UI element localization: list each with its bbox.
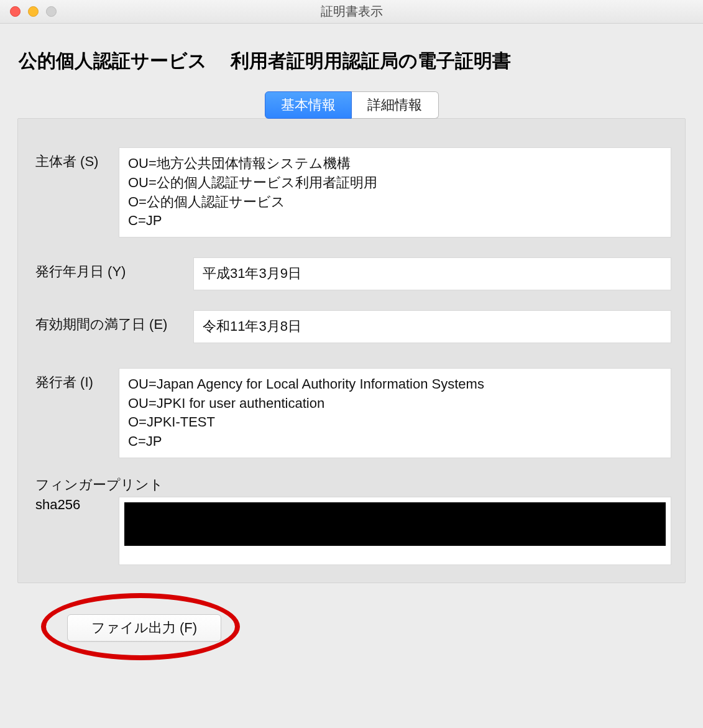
tab-basic-info[interactable]: 基本情報: [265, 91, 352, 119]
tab-bar: 基本情報 詳細情報: [17, 91, 686, 119]
expiry-date-label: 有効期間の満了日 (E): [32, 310, 193, 334]
tab-detail-info[interactable]: 詳細情報: [352, 91, 439, 119]
zoom-window-button[interactable]: [46, 6, 57, 17]
minimize-window-button[interactable]: [28, 6, 39, 17]
window-titlebar: 証明書表示: [0, 0, 703, 24]
fingerprint-row: sha256: [32, 497, 671, 565]
subject-row: 主体者 (S) OU=地方公共団体情報システム機構 OU=公的個人認証サービス利…: [32, 147, 671, 237]
subject-value[interactable]: OU=地方公共団体情報システム機構 OU=公的個人認証サービス利用者証明用 O=…: [119, 147, 671, 237]
fingerprint-block: フィンガープリント sha256: [32, 476, 671, 565]
fingerprint-algorithm: sha256: [32, 497, 119, 513]
fingerprint-value-box[interactable]: [119, 497, 671, 565]
certificate-panel: 主体者 (S) OU=地方公共団体情報システム機構 OU=公的個人認証サービス利…: [17, 118, 686, 583]
subject-label: 主体者 (S): [32, 147, 119, 171]
expiry-date-value[interactable]: 令和11年3月8日: [193, 310, 671, 343]
issuer-label: 発行者 (I): [32, 368, 119, 392]
issuer-value[interactable]: OU=Japan Agency for Local Authority Info…: [119, 368, 671, 458]
footer-area: ファイル出力 (F): [17, 601, 686, 669]
window-content: 公的個人認証サービス 利用者証明用認証局の電子証明書 基本情報 詳細情報 主体者…: [0, 24, 703, 688]
issue-date-value[interactable]: 平成31年3月9日: [193, 257, 671, 290]
expiry-date-row: 有効期間の満了日 (E) 令和11年3月8日: [32, 310, 671, 343]
issue-date-label: 発行年月日 (Y): [32, 257, 193, 281]
page-title: 公的個人認証サービス 利用者証明用認証局の電子証明書: [19, 48, 686, 74]
close-window-button[interactable]: [10, 6, 21, 17]
issue-date-row: 発行年月日 (Y) 平成31年3月9日: [32, 257, 671, 290]
issuer-row: 発行者 (I) OU=Japan Agency for Local Author…: [32, 368, 671, 458]
file-export-button[interactable]: ファイル出力 (F): [67, 614, 221, 642]
fingerprint-label: フィンガープリント: [32, 476, 671, 494]
window-title: 証明書表示: [0, 3, 703, 20]
fingerprint-redacted: [124, 502, 666, 546]
window-controls: [0, 6, 57, 17]
